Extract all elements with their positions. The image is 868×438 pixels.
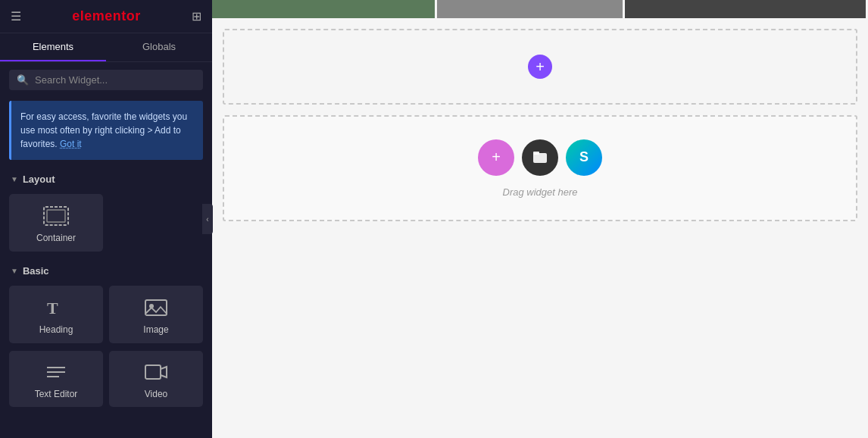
image-icon xyxy=(144,297,168,318)
panel-tabs: Elements Globals xyxy=(0,33,212,62)
text-editor-icon xyxy=(44,361,68,383)
widget-card-container[interactable]: Container xyxy=(9,194,103,252)
heading-label: Heading xyxy=(39,324,73,335)
container-label: Container xyxy=(36,233,76,243)
heading-icon: T xyxy=(44,297,68,318)
left-panel-wrapper: ☰ elementor ⊞ Elements Globals 🔍 For eas… xyxy=(0,0,212,438)
chevron-layout-icon: ▼ xyxy=(11,175,18,183)
section-basic-label: Basic xyxy=(23,265,49,277)
canvas-area: + + S xyxy=(212,0,868,438)
search-icon: 🔍 xyxy=(17,74,29,86)
svg-rect-10 xyxy=(533,152,539,155)
info-box: For easy access, favorite the widgets yo… xyxy=(9,101,203,160)
info-box-text: For easy access, favorite the widgets yo… xyxy=(20,111,187,149)
drag-add-icon[interactable]: + xyxy=(478,139,514,176)
container-icon xyxy=(42,205,70,227)
drag-folder-icon[interactable] xyxy=(522,139,558,176)
section-layout-label: Layout xyxy=(23,174,55,185)
text-editor-label: Text Editor xyxy=(35,389,78,399)
drag-elementor-symbol: S xyxy=(579,149,589,165)
drag-widget-section[interactable]: + S Drag widget here xyxy=(223,115,857,221)
search-input[interactable] xyxy=(35,74,195,86)
search-area: 🔍 xyxy=(0,62,212,98)
svg-rect-1 xyxy=(47,210,65,222)
drag-icons-row: + S xyxy=(478,139,602,176)
canvas-photo-2 xyxy=(437,0,625,18)
plus-icon: + xyxy=(535,58,545,76)
basic-widget-grid-bottom: Text Editor Video xyxy=(0,351,212,415)
widget-card-video[interactable]: Video xyxy=(109,351,203,407)
svg-rect-8 xyxy=(145,365,161,379)
left-panel: ☰ elementor ⊞ Elements Globals 🔍 For eas… xyxy=(0,0,212,438)
layout-widget-grid: Container xyxy=(0,191,212,259)
collapse-handle[interactable]: ‹ xyxy=(202,204,213,234)
hamburger-icon[interactable]: ☰ xyxy=(11,9,21,23)
canvas-photo-1 xyxy=(212,0,437,18)
video-label: Video xyxy=(145,389,167,399)
search-box: 🔍 xyxy=(9,70,203,90)
image-label: Image xyxy=(143,324,168,335)
chevron-basic-icon: ▼ xyxy=(11,267,18,275)
svg-text:T: T xyxy=(47,299,58,318)
basic-widget-grid: T Heading Image xyxy=(0,283,212,351)
video-icon xyxy=(144,361,168,383)
widget-card-image[interactable]: Image xyxy=(109,286,203,343)
got-it-link[interactable]: Got it xyxy=(60,139,82,149)
drag-add-symbol: + xyxy=(492,149,501,166)
drag-widget-text: Drag widget here xyxy=(503,186,578,198)
canvas-photo-3 xyxy=(625,0,868,18)
widget-card-heading[interactable]: T Heading xyxy=(9,286,103,343)
app-logo: elementor xyxy=(72,8,141,24)
drag-folder-symbol xyxy=(532,149,548,166)
widget-card-text-editor[interactable]: Text Editor xyxy=(9,351,103,407)
section-header-basic[interactable]: ▼ Basic xyxy=(0,259,212,283)
grid-icon[interactable]: ⊞ xyxy=(192,9,201,23)
canvas-inner: + + S xyxy=(212,18,868,438)
add-section-button[interactable]: + xyxy=(528,55,552,79)
canvas-photos-row xyxy=(212,0,868,18)
empty-canvas-section[interactable]: + xyxy=(223,29,857,105)
top-bar: ☰ elementor ⊞ xyxy=(0,0,212,33)
drag-elementor-icon[interactable]: S xyxy=(566,139,602,176)
tab-globals[interactable]: Globals xyxy=(106,33,212,61)
tab-elements[interactable]: Elements xyxy=(0,33,106,61)
section-header-layout[interactable]: ▼ Layout xyxy=(0,167,212,191)
